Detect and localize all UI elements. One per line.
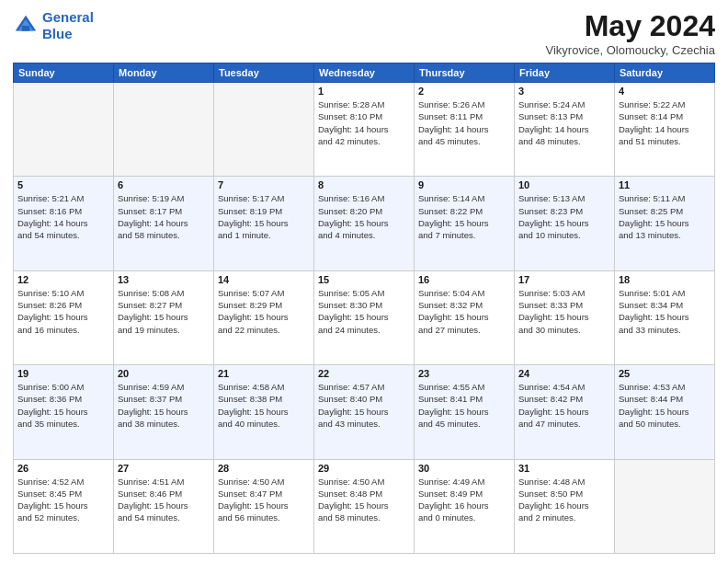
day-number: 18 (619, 274, 711, 285)
day-number: 19 (17, 368, 109, 379)
day-number: 12 (17, 274, 109, 285)
calendar-week-row: 19Sunrise: 5:00 AM Sunset: 8:36 PM Dayli… (14, 365, 715, 459)
calendar-week-row: 1Sunrise: 5:28 AM Sunset: 8:10 PM Daylig… (14, 83, 715, 177)
calendar-day-header: Thursday (415, 63, 515, 83)
header: General Blue May 2024 Vikyrovice, Olomou… (13, 9, 715, 57)
day-info: Sunrise: 4:50 AM Sunset: 8:48 PM Dayligh… (318, 476, 410, 524)
calendar-day-cell: 16Sunrise: 5:04 AM Sunset: 8:32 PM Dayli… (415, 270, 515, 364)
day-number: 2 (418, 86, 510, 97)
calendar-day-cell: 27Sunrise: 4:51 AM Sunset: 8:46 PM Dayli… (114, 459, 214, 553)
day-info: Sunrise: 5:26 AM Sunset: 8:11 PM Dayligh… (418, 98, 510, 147)
calendar-day-cell: 25Sunrise: 4:53 AM Sunset: 8:44 PM Dayli… (615, 365, 715, 459)
calendar-day-cell: 23Sunrise: 4:55 AM Sunset: 8:41 PM Dayli… (415, 365, 515, 459)
calendar-day-cell: 28Sunrise: 4:50 AM Sunset: 8:47 PM Dayli… (214, 459, 314, 553)
logo-icon (13, 13, 39, 39)
day-info: Sunrise: 5:01 AM Sunset: 8:34 PM Dayligh… (619, 287, 711, 336)
page: General Blue May 2024 Vikyrovice, Olomou… (0, 0, 728, 563)
day-number: 20 (118, 368, 210, 379)
day-number: 6 (118, 179, 210, 190)
day-number: 9 (418, 179, 510, 190)
logo: General Blue (13, 9, 94, 42)
calendar-day-cell: 14Sunrise: 5:07 AM Sunset: 8:29 PM Dayli… (214, 270, 314, 364)
day-number: 27 (118, 463, 210, 474)
calendar-day-cell (615, 459, 715, 553)
day-info: Sunrise: 4:59 AM Sunset: 8:37 PM Dayligh… (118, 381, 210, 430)
day-info: Sunrise: 5:24 AM Sunset: 8:13 PM Dayligh… (518, 98, 610, 147)
calendar-day-header: Wednesday (314, 63, 415, 83)
calendar-day-cell: 30Sunrise: 4:49 AM Sunset: 8:49 PM Dayli… (415, 459, 515, 553)
day-number: 25 (619, 368, 711, 379)
day-number: 5 (17, 179, 109, 190)
calendar-day-cell: 15Sunrise: 5:05 AM Sunset: 8:30 PM Dayli… (314, 270, 415, 364)
calendar-day-cell: 21Sunrise: 4:58 AM Sunset: 8:38 PM Dayli… (214, 365, 314, 459)
calendar-day-cell (214, 83, 314, 177)
calendar-day-header: Friday (515, 63, 615, 83)
calendar-day-cell: 22Sunrise: 4:57 AM Sunset: 8:40 PM Dayli… (314, 365, 415, 459)
day-info: Sunrise: 5:19 AM Sunset: 8:17 PM Dayligh… (118, 192, 210, 241)
calendar-day-cell: 8Sunrise: 5:16 AM Sunset: 8:20 PM Daylig… (314, 177, 415, 270)
day-info: Sunrise: 4:49 AM Sunset: 8:49 PM Dayligh… (418, 476, 510, 524)
calendar-day-cell: 13Sunrise: 5:08 AM Sunset: 8:27 PM Dayli… (114, 270, 214, 364)
day-number: 13 (118, 274, 210, 285)
day-info: Sunrise: 4:54 AM Sunset: 8:42 PM Dayligh… (518, 381, 610, 430)
day-info: Sunrise: 5:16 AM Sunset: 8:20 PM Dayligh… (318, 192, 410, 241)
calendar-day-cell: 1Sunrise: 5:28 AM Sunset: 8:10 PM Daylig… (314, 83, 415, 177)
calendar-day-header: Monday (114, 63, 214, 83)
calendar-day-header: Sunday (14, 63, 114, 83)
day-info: Sunrise: 5:17 AM Sunset: 8:19 PM Dayligh… (218, 192, 310, 241)
calendar-day-cell: 17Sunrise: 5:03 AM Sunset: 8:33 PM Dayli… (515, 270, 615, 364)
day-number: 1 (318, 86, 410, 97)
day-info: Sunrise: 4:52 AM Sunset: 8:45 PM Dayligh… (17, 476, 109, 524)
day-info: Sunrise: 4:48 AM Sunset: 8:50 PM Dayligh… (518, 476, 610, 524)
day-info: Sunrise: 5:04 AM Sunset: 8:32 PM Dayligh… (418, 287, 510, 336)
day-number: 31 (518, 463, 610, 474)
svg-rect-2 (22, 26, 29, 31)
day-number: 22 (318, 368, 410, 379)
day-number: 11 (619, 179, 711, 190)
logo-general: General (42, 9, 94, 25)
day-info: Sunrise: 4:50 AM Sunset: 8:47 PM Dayligh… (218, 476, 310, 524)
calendar-week-row: 12Sunrise: 5:10 AM Sunset: 8:26 PM Dayli… (14, 270, 715, 364)
month-title: May 2024 (546, 9, 715, 43)
subtitle: Vikyrovice, Olomoucky, Czechia (546, 43, 715, 57)
day-number: 17 (518, 274, 610, 285)
day-number: 16 (418, 274, 510, 285)
calendar-day-cell: 24Sunrise: 4:54 AM Sunset: 8:42 PM Dayli… (515, 365, 615, 459)
calendar-day-cell: 18Sunrise: 5:01 AM Sunset: 8:34 PM Dayli… (615, 270, 715, 364)
day-number: 3 (518, 86, 610, 97)
day-number: 24 (518, 368, 610, 379)
calendar-week-row: 26Sunrise: 4:52 AM Sunset: 8:45 PM Dayli… (14, 459, 715, 553)
calendar-header-row: SundayMondayTuesdayWednesdayThursdayFrid… (14, 63, 715, 83)
day-info: Sunrise: 4:53 AM Sunset: 8:44 PM Dayligh… (619, 381, 711, 430)
day-info: Sunrise: 5:28 AM Sunset: 8:10 PM Dayligh… (318, 98, 410, 147)
calendar-day-cell: 31Sunrise: 4:48 AM Sunset: 8:50 PM Dayli… (515, 459, 615, 553)
day-info: Sunrise: 4:57 AM Sunset: 8:40 PM Dayligh… (318, 381, 410, 430)
day-info: Sunrise: 4:55 AM Sunset: 8:41 PM Dayligh… (418, 381, 510, 430)
calendar-day-cell: 9Sunrise: 5:14 AM Sunset: 8:22 PM Daylig… (415, 177, 515, 270)
day-info: Sunrise: 5:05 AM Sunset: 8:30 PM Dayligh… (318, 287, 410, 336)
calendar-day-cell: 10Sunrise: 5:13 AM Sunset: 8:23 PM Dayli… (515, 177, 615, 270)
calendar-day-cell: 7Sunrise: 5:17 AM Sunset: 8:19 PM Daylig… (214, 177, 314, 270)
calendar-day-cell: 29Sunrise: 4:50 AM Sunset: 8:48 PM Dayli… (314, 459, 415, 553)
day-number: 21 (218, 368, 310, 379)
title-block: May 2024 Vikyrovice, Olomoucky, Czechia (546, 9, 715, 57)
calendar-day-cell: 11Sunrise: 5:11 AM Sunset: 8:25 PM Dayli… (615, 177, 715, 270)
day-info: Sunrise: 4:58 AM Sunset: 8:38 PM Dayligh… (218, 381, 310, 430)
calendar-day-cell: 19Sunrise: 5:00 AM Sunset: 8:36 PM Dayli… (14, 365, 114, 459)
calendar-table: SundayMondayTuesdayWednesdayThursdayFrid… (13, 63, 715, 554)
day-number: 26 (17, 463, 109, 474)
calendar-day-cell: 4Sunrise: 5:22 AM Sunset: 8:14 PM Daylig… (615, 83, 715, 177)
day-info: Sunrise: 5:03 AM Sunset: 8:33 PM Dayligh… (518, 287, 610, 336)
calendar-day-cell (14, 83, 114, 177)
day-number: 7 (218, 179, 310, 190)
calendar-day-cell: 12Sunrise: 5:10 AM Sunset: 8:26 PM Dayli… (14, 270, 114, 364)
logo-blue: Blue (42, 26, 73, 41)
day-number: 23 (418, 368, 510, 379)
calendar-day-cell (114, 83, 214, 177)
calendar-day-header: Saturday (615, 63, 715, 83)
day-info: Sunrise: 5:22 AM Sunset: 8:14 PM Dayligh… (619, 98, 711, 147)
calendar-day-cell: 20Sunrise: 4:59 AM Sunset: 8:37 PM Dayli… (114, 365, 214, 459)
calendar-day-cell: 5Sunrise: 5:21 AM Sunset: 8:16 PM Daylig… (14, 177, 114, 270)
day-info: Sunrise: 5:14 AM Sunset: 8:22 PM Dayligh… (418, 192, 510, 241)
day-number: 10 (518, 179, 610, 190)
